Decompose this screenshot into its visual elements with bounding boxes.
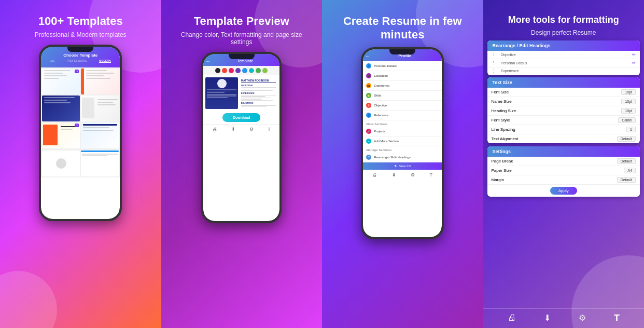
add-section-icon: + — [366, 139, 371, 144]
resume-section-education: EDUCATION — [241, 102, 276, 104]
name-size-row: Name Size 10pt — [487, 97, 640, 106]
text-align-label: Text Alignment — [492, 136, 519, 141]
margin-value[interactable]: Default — [617, 177, 636, 183]
menu-experience[interactable]: 💼 Experience — [363, 81, 442, 91]
menu-add-section[interactable]: + Add More Section — [363, 136, 442, 146]
experience-icon: 💼 — [366, 83, 371, 88]
color-pink[interactable] — [229, 68, 234, 73]
color-palette — [203, 66, 279, 75]
bottom-bar-4: 🖨 ⬇ ⚙ T — [483, 308, 645, 328]
template-thumb-2[interactable] — [81, 69, 119, 94]
eye-icon: 👁 — [394, 165, 397, 168]
phone-notch-1 — [67, 47, 93, 52]
personal-details-icon: 👤 — [366, 63, 371, 69]
panel4-title: More tools for formatting — [508, 15, 619, 26]
page-break-value[interactable]: Default — [617, 158, 636, 164]
download-button[interactable]: Download — [222, 113, 260, 122]
heading-size-label: Heading Size — [492, 108, 516, 113]
objective-icon: 🎯 — [366, 103, 371, 108]
heading-row-personal[interactable]: ⋮⋮ Personal Details ✏ — [487, 59, 640, 67]
tools-content: Rearrange / Edit Headings ⋮⋮ Objective ✏… — [483, 36, 645, 204]
tab-all[interactable]: ALL — [50, 59, 55, 63]
save-icon-3[interactable]: ⬇ — [392, 172, 396, 177]
edit-icon-2[interactable]: ✏ — [632, 61, 636, 65]
resume-name: MATTHEW ROBINSON — [241, 79, 276, 83]
font-style-value[interactable]: Calibri — [618, 117, 636, 123]
text-size-header: Text Size — [487, 77, 640, 88]
bottom-bar-3: 🖨 ⬇ ⚙ T — [363, 170, 442, 180]
back-arrow-icon[interactable]: ← — [205, 58, 211, 64]
panel-formatting: More tools for formatting Design perfect… — [483, 0, 645, 328]
heading-objective: Objective — [501, 53, 516, 57]
menu-skills[interactable]: ⭐ Skills — [363, 91, 442, 101]
reference-icon: 👤 — [366, 113, 371, 118]
template-badge-1: 78 — [75, 70, 79, 73]
menu-education[interactable]: 🎓 Education — [363, 71, 442, 81]
color-purple[interactable] — [235, 68, 241, 73]
phone-mockup-1: Choose Template ALL PROFESSIONAL MODERN … — [39, 45, 122, 221]
panel-preview: Template Preview Change color, Text form… — [161, 0, 323, 328]
share-icon-3[interactable]: ⚙ — [411, 172, 415, 177]
template-thumb-1[interactable]: 78 — [42, 69, 80, 94]
phone-screen-3: ← Profile 👤 Personal Details 🎓 Education… — [363, 49, 442, 237]
menu-reference[interactable]: 👤 Reference — [363, 111, 442, 120]
rearrange-icon: ☰ — [366, 155, 371, 160]
heading-row-experience[interactable]: ⋮⋮ Experience — [487, 67, 640, 75]
paper-size-label: Paper Size — [492, 168, 512, 173]
template-thumb-6[interactable] — [81, 122, 119, 148]
share-icon-2[interactable]: ⚙ — [249, 127, 254, 132]
template-thumb-5[interactable]: 77 — [42, 122, 80, 148]
heading-row-objective[interactable]: ⋮⋮ Objective ✏ — [487, 51, 640, 59]
template-grid: 78 — [41, 67, 120, 149]
menu-projects[interactable]: 🚀 Projects — [363, 127, 442, 136]
text-icon-3[interactable]: T — [430, 172, 433, 177]
font-size-value[interactable]: 10pt — [621, 89, 636, 95]
drag-handle-3: ⋮⋮ — [492, 69, 499, 73]
menu-personal-details[interactable]: 👤 Personal Details — [363, 61, 442, 71]
heading-size-value[interactable]: 10pt — [621, 108, 636, 114]
settings-icon-4[interactable]: ⚙ — [579, 313, 586, 324]
menu-rearrange[interactable]: ☰ Rearrange / Edit Headings — [363, 153, 442, 162]
color-blue[interactable] — [242, 68, 247, 73]
margin-label: Margin — [492, 177, 504, 182]
font-style-row: Font Style Calibri — [487, 116, 640, 125]
save-icon-4[interactable]: ⬇ — [544, 313, 551, 324]
color-red[interactable] — [222, 68, 227, 73]
template-thumb-3[interactable] — [42, 95, 80, 121]
panel-templates: 100+ Templates Professional & Modern tem… — [0, 0, 161, 328]
bottom-bar-2: 🖨 ⬇ ⚙ T — [203, 124, 279, 134]
color-black[interactable] — [215, 68, 220, 73]
apply-button[interactable]: Apply — [550, 187, 577, 195]
text-icon-2[interactable]: T — [268, 127, 271, 132]
menu-objective[interactable]: 🎯 Objective — [363, 101, 442, 111]
print-icon-3[interactable]: 🖨 — [372, 172, 377, 177]
name-size-label: Name Size — [492, 99, 512, 104]
resume-section-experience: EXPERIENCE — [241, 92, 276, 94]
text-align-value[interactable]: Default — [617, 136, 636, 142]
phone-screen-2: ← Template — [203, 54, 279, 221]
line-spacing-value[interactable]: 1 — [626, 127, 636, 132]
print-icon-4[interactable]: 🖨 — [508, 313, 516, 324]
edit-icon-1[interactable]: ✏ — [632, 52, 636, 57]
paper-size-value[interactable]: A4 — [624, 168, 636, 173]
color-green[interactable] — [256, 68, 261, 73]
view-cv-label: View CV — [399, 165, 411, 168]
color-cyan[interactable] — [249, 68, 254, 73]
color-light-green[interactable] — [262, 68, 268, 73]
text-align-row: Text Alignment Default — [487, 134, 640, 143]
template-tabs: ALL PROFESSIONAL MODERN — [43, 58, 118, 64]
rearrange-header: Rearrange / Edit Headings — [487, 40, 640, 51]
tab-professional[interactable]: PROFESSIONAL — [67, 59, 87, 63]
text-icon-4[interactable]: T — [614, 313, 620, 324]
print-icon-2[interactable]: 🖨 — [213, 127, 217, 132]
phone-mockup-2: ← Template — [201, 52, 282, 223]
heading-experience: Experience — [501, 69, 519, 73]
manage-sections-header: Manage Sections — [363, 146, 442, 153]
save-icon-2[interactable]: ⬇ — [231, 127, 235, 132]
template-thumb-4[interactable] — [81, 95, 119, 121]
tab-modern[interactable]: MODERN — [99, 59, 110, 63]
profile-back-icon[interactable]: ← — [365, 53, 370, 59]
resume-section-objective: OBJECTIVE — [241, 84, 276, 87]
name-size-value[interactable]: 10pt — [621, 99, 636, 104]
view-cv-bar[interactable]: 👁 View CV — [363, 162, 442, 170]
